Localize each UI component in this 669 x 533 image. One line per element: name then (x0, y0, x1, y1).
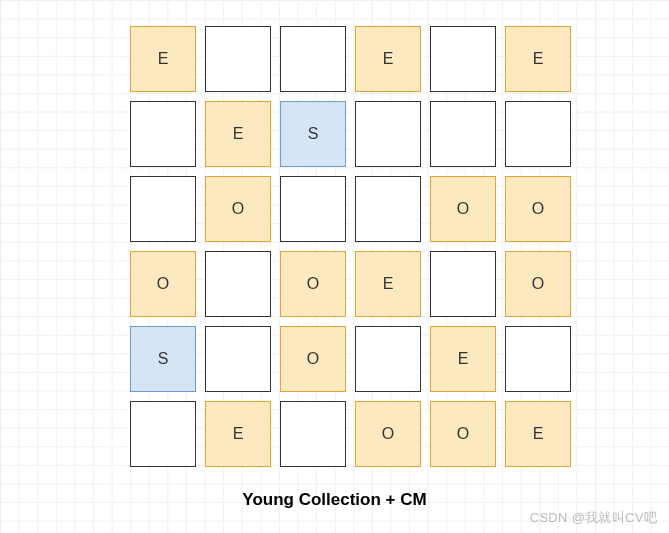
watermark-text: CSDN @我就叫CV吧 (530, 509, 657, 527)
grid-cell (505, 326, 571, 392)
grid-cell: O (280, 251, 346, 317)
region-grid: EEEESOOOOOEOSOEEOOE (130, 26, 571, 467)
grid-cell: O (280, 326, 346, 392)
grid-cell (280, 176, 346, 242)
grid-cell: S (280, 101, 346, 167)
grid-cell (505, 101, 571, 167)
grid-cell (130, 176, 196, 242)
grid-cell (430, 251, 496, 317)
grid-cell (430, 26, 496, 92)
grid-cell: O (430, 401, 496, 467)
grid-cell: O (130, 251, 196, 317)
grid-cell: S (130, 326, 196, 392)
grid-cell (430, 101, 496, 167)
grid-cell: E (505, 26, 571, 92)
grid-cell (205, 326, 271, 392)
grid-cell: E (505, 401, 571, 467)
grid-cell (355, 176, 421, 242)
grid-cell (355, 101, 421, 167)
grid-cell (280, 401, 346, 467)
grid-cell: O (430, 176, 496, 242)
grid-cell: O (205, 176, 271, 242)
grid-cell: O (505, 176, 571, 242)
grid-cell: O (355, 401, 421, 467)
grid-cell (130, 401, 196, 467)
grid-cell (355, 326, 421, 392)
grid-cell: E (355, 251, 421, 317)
grid-cell (280, 26, 346, 92)
grid-cell: E (205, 101, 271, 167)
grid-cell: O (505, 251, 571, 317)
grid-cell: E (205, 401, 271, 467)
grid-cell: E (355, 26, 421, 92)
grid-cell: E (430, 326, 496, 392)
diagram-title: Young Collection + CM (0, 490, 669, 510)
grid-cell: E (130, 26, 196, 92)
grid-cell (205, 251, 271, 317)
grid-cell (205, 26, 271, 92)
grid-cell (130, 101, 196, 167)
